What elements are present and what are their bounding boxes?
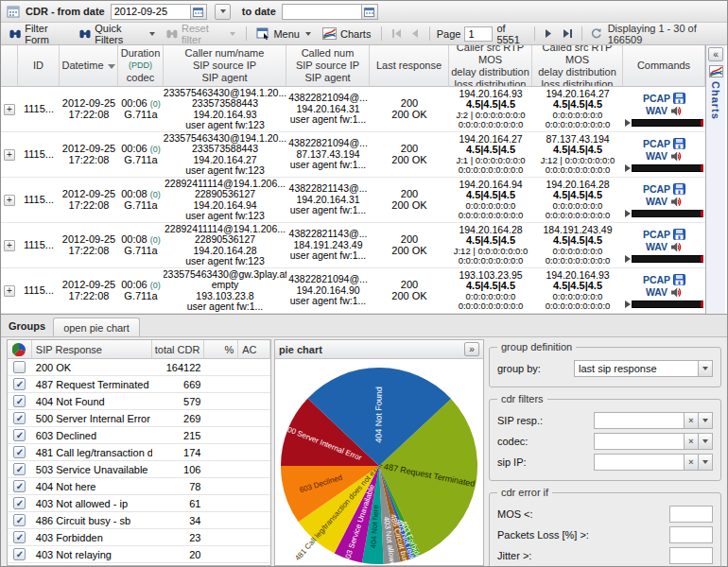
audio-progress-bar[interactable] [632, 119, 703, 127]
row-expand-button[interactable]: + [4, 240, 15, 251]
table-row[interactable]: +1115...2012-09-2517:22:0800:06 (0)G.711… [1, 132, 705, 178]
column-header-commands[interactable]: Commands [623, 45, 705, 87]
audio-player[interactable] [625, 119, 703, 127]
row-expand-button[interactable]: + [4, 104, 15, 115]
audio-player[interactable] [625, 210, 703, 217]
mos-input[interactable] [669, 506, 713, 523]
play-icon[interactable] [625, 164, 631, 172]
column-header-duration[interactable]: Duration(PDD)codec [118, 45, 164, 87]
response-checkbox[interactable]: ✓ [13, 463, 26, 475]
table-row[interactable]: +1115...2012-09-2517:22:0800:08 (0)G.711… [1, 178, 705, 223]
clear-icon[interactable]: × [685, 454, 699, 471]
row-expand-button[interactable]: + [4, 195, 15, 206]
chevron-down-icon[interactable] [699, 433, 713, 450]
audio-progress-bar[interactable] [632, 255, 703, 263]
audio-player[interactable] [625, 164, 703, 172]
expand-charts-panel-button[interactable]: « [708, 47, 723, 61]
response-checkbox[interactable]: ✓ [13, 446, 26, 458]
next-page-button[interactable] [541, 26, 556, 43]
row-expand-button[interactable]: + [4, 285, 15, 297]
to-date-input[interactable] [282, 4, 361, 20]
sip-column-header-acd[interactable]: AC [238, 340, 270, 359]
filter-combo-input[interactable] [594, 433, 685, 450]
play-icon[interactable] [625, 301, 631, 308]
last-page-button[interactable] [560, 26, 575, 43]
refresh-button[interactable] [589, 26, 604, 43]
jitter-input[interactable] [669, 547, 713, 564]
play-icon[interactable] [625, 119, 631, 127]
column-header-last_response[interactable]: Last response [370, 45, 449, 87]
menu-button[interactable]: Menu [252, 26, 315, 42]
column-header-called[interactable]: Called numSIP source IPSIP agent [286, 45, 370, 87]
sip-response-row[interactable]: ✓403 Not relaying20 [8, 546, 270, 563]
clear-icon[interactable]: × [685, 412, 699, 429]
reset-filter-button[interactable]: Reset filter [163, 21, 238, 47]
wav-link[interactable]: WAV [646, 286, 683, 299]
response-checkbox[interactable] [13, 361, 26, 373]
sip-column-header-percent[interactable]: % [204, 340, 238, 359]
chevron-down-icon[interactable] [699, 412, 713, 429]
column-header-called_rtp[interactable]: Called src RTP MOSdelay distributionloss… [532, 45, 623, 87]
sip-response-row[interactable]: 200 OK164122 [8, 359, 270, 376]
group-by-select[interactable]: last sip response [574, 360, 713, 377]
from-date-input[interactable] [111, 4, 190, 20]
from-date-calendar-button[interactable] [190, 4, 207, 20]
column-header-expand[interactable] [1, 45, 18, 87]
filter-combo[interactable]: × [594, 433, 713, 450]
column-header-caller[interactable]: Caller num/nameSIP source IPSIP agent [164, 45, 286, 87]
pcap-link[interactable]: PCAP [643, 183, 685, 196]
response-checkbox[interactable]: ✓ [13, 531, 26, 543]
response-checkbox[interactable]: ✓ [13, 395, 26, 407]
charts-button[interactable]: Charts [319, 26, 374, 42]
response-checkbox[interactable]: ✓ [13, 480, 26, 492]
pcap-link[interactable]: PCAP [643, 274, 685, 286]
sip-response-row[interactable]: ✓486 Circuit busy - sb34 [8, 512, 270, 529]
chevron-down-icon[interactable] [699, 360, 713, 377]
prev-page-button[interactable] [407, 26, 423, 43]
page-number-input[interactable] [464, 26, 493, 42]
sip-response-row[interactable]: ✓404 Not Found579 [8, 393, 270, 410]
sip-response-row[interactable]: ✓503 Service Unavailable106 [8, 461, 270, 478]
table-row[interactable]: +1115...2012-09-2517:22:0800:06 (0)G.711… [1, 268, 705, 314]
pcap-link[interactable]: PCAP [643, 229, 685, 241]
tab-open-pie-chart[interactable]: open pie chart [53, 318, 140, 336]
first-page-button[interactable] [389, 26, 404, 43]
pcap-link[interactable]: PCAP [643, 93, 685, 105]
sip-response-row[interactable]: ✓403 Not allowed - ip61 [8, 495, 270, 512]
sip-column-header-response[interactable]: SIP Response [32, 340, 152, 359]
filter-combo-input[interactable] [594, 412, 685, 429]
clear-icon[interactable]: × [685, 433, 699, 450]
filter-combo-input[interactable] [594, 454, 685, 471]
audio-player[interactable] [625, 301, 703, 308]
packets-loss-input[interactable] [669, 526, 713, 543]
sip-column-header-total[interactable]: total CDR [152, 340, 205, 359]
pcap-link[interactable]: PCAP [643, 138, 685, 150]
response-checkbox[interactable]: ✓ [13, 548, 26, 560]
table-row[interactable]: +1115...2012-09-2517:22:0800:08 (0)G.711… [1, 223, 705, 268]
row-expand-button[interactable]: + [4, 149, 15, 161]
response-checkbox[interactable]: ✓ [13, 514, 26, 526]
play-icon[interactable] [625, 210, 631, 217]
sip-column-header-icon[interactable] [8, 340, 32, 359]
audio-progress-bar[interactable] [632, 210, 703, 217]
wav-link[interactable]: WAV [646, 196, 683, 208]
response-checkbox[interactable]: ✓ [13, 378, 26, 390]
column-header-id[interactable]: ID [18, 45, 60, 87]
response-checkbox[interactable]: ✓ [13, 497, 26, 509]
sip-response-row[interactable]: ✓403 Forbidden23 [8, 529, 270, 546]
wav-link[interactable]: WAV [646, 241, 683, 253]
filter-combo[interactable]: × [594, 454, 713, 471]
wav-link[interactable]: WAV [646, 105, 683, 117]
audio-progress-bar[interactable] [632, 164, 703, 172]
charts-panel-vertical-title[interactable]: Charts [710, 81, 721, 120]
wav-link[interactable]: WAV [646, 150, 683, 163]
response-checkbox[interactable]: ✓ [13, 565, 26, 566]
audio-progress-bar[interactable] [632, 301, 703, 308]
from-date-dropdown-button[interactable] [215, 4, 231, 20]
sip-response-row[interactable]: ✓404 Not here78 [8, 478, 270, 495]
expand-pie-chart-button[interactable]: » [464, 342, 479, 356]
sip-response-row[interactable]: ✓487 Request Terminated669 [8, 376, 270, 393]
sip-response-row[interactable]: ✓500 Server Internal Error269 [8, 410, 270, 427]
table-row[interactable]: +1115...2012-09-2517:22:0800:06 (0)G.711… [1, 87, 705, 132]
sip-response-row[interactable]: ✓481 Call leg/transaction does...174 [8, 444, 270, 461]
